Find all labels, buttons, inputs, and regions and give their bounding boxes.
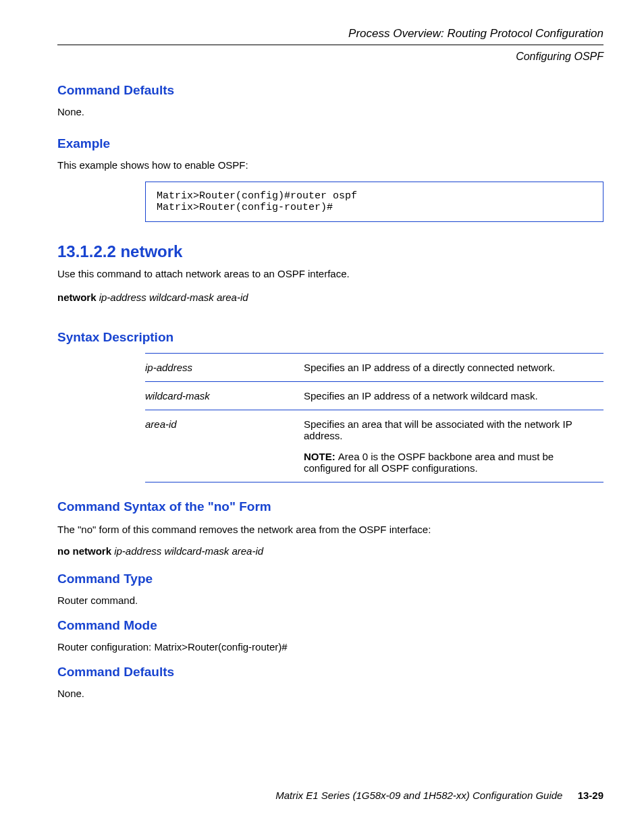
footer-page-number: 13-29	[578, 790, 603, 801]
heading-command-mode: Command Mode	[57, 618, 603, 633]
command-mode-text: Router configuration: Matrix>Router(conf…	[57, 641, 603, 653]
syntax-param: ip-address	[145, 362, 304, 373]
no-form-cmd: no network	[57, 545, 111, 557]
example-text: This example shows how to enable OSPF:	[57, 159, 603, 171]
syntax-param: area-id	[145, 418, 304, 474]
network-syntax-param: ip-address wildcard-mask area-id	[97, 292, 248, 303]
network-syntax-cmd: network	[57, 292, 97, 303]
syntax-desc: Specifies an IP address of a network wil…	[304, 390, 603, 402]
heading-command-type: Command Type	[57, 572, 603, 586]
page-footer: Matrix E1 Series (1G58x-09 and 1H582-xx)…	[57, 790, 603, 801]
heading-syntax-description: Syntax Description	[57, 330, 603, 345]
no-form-syntax: no network ip-address wildcard-mask area…	[57, 545, 603, 557]
command-defaults-1-text: None.	[57, 106, 603, 117]
no-form-param: ip-address wildcard-mask area-id	[111, 545, 263, 557]
syntax-desc: Specifies an IP address of a directly co…	[304, 362, 603, 373]
network-description: Use this command to attach network areas…	[57, 268, 603, 279]
command-type-text: Router command.	[57, 595, 603, 606]
command-defaults-2-text: None.	[57, 688, 603, 699]
syntax-desc-text: Specifies an area that will be associate…	[304, 418, 572, 441]
heading-command-defaults-1: Command Defaults	[57, 83, 603, 98]
syntax-row: area-id Specifies an area that will be a…	[145, 410, 603, 482]
syntax-desc: Specifies an area that will be associate…	[304, 418, 603, 474]
footer-title: Matrix E1 Series (1G58x-09 and 1H582-xx)…	[275, 790, 562, 801]
header-configuring-ospf: Configuring OSPF	[57, 51, 603, 63]
syntax-note: NOTE: Area 0 is the OSPF backbone area a…	[304, 451, 603, 474]
heading-no-form: Command Syntax of the "no" Form	[57, 499, 603, 514]
note-label: NOTE:	[304, 451, 338, 462]
no-form-text: The "no" form of this command removes th…	[57, 522, 603, 537]
syntax-row: ip-address Specifies an IP address of a …	[145, 353, 603, 382]
heading-command-defaults-2: Command Defaults	[57, 665, 603, 680]
example-code-box: Matrix>Router(config)#router ospf Matrix…	[145, 182, 603, 222]
heading-network: 13.1.2.2 network	[57, 242, 603, 261]
header-process-overview: Process Overview: Routing Protocol Confi…	[57, 27, 603, 45]
syntax-param: wildcard-mask	[145, 390, 304, 402]
syntax-row: wildcard-mask Specifies an IP address of…	[145, 382, 603, 410]
network-syntax: network ip-address wildcard-mask area-id	[57, 292, 603, 303]
heading-example: Example	[57, 136, 603, 151]
syntax-description-table: ip-address Specifies an IP address of a …	[145, 353, 603, 482]
note-text: Area 0 is the OSPF backbone area and mus…	[304, 451, 554, 474]
